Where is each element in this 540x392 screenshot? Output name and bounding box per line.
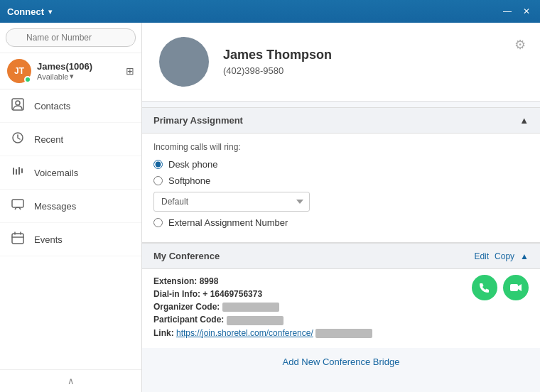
title-bar-controls: — ✕ (500, 5, 533, 18)
participant-code-value (227, 316, 284, 325)
messages-icon (10, 197, 26, 214)
chevron-up-icon: ∧ (68, 376, 75, 386)
profile-name: James Thompson (223, 48, 523, 62)
app-body: 🔍 JT James(1006) Available ▾ ⊞ (0, 23, 540, 392)
desk-phone-option[interactable]: Desk phone (153, 159, 529, 170)
calls-ring-label: Incoming calls will ring: (153, 142, 529, 152)
conference-section: My Conference Edit Copy ▲ Extension: 899… (142, 243, 540, 348)
sidebar-item-voicemails[interactable]: Voicemails (0, 156, 141, 190)
svg-rect-9 (510, 284, 518, 291)
link-label: Link: (153, 328, 174, 338)
video-call-button[interactable] (503, 275, 529, 300)
extension-label: Extension: (153, 276, 197, 286)
voicemails-icon (10, 164, 26, 181)
close-button[interactable]: ✕ (520, 5, 533, 18)
conference-call-buttons (472, 275, 529, 300)
chevron-up-icon[interactable]: ▲ (519, 115, 529, 126)
search-input[interactable] (6, 28, 136, 47)
copy-conference-link[interactable]: Copy (495, 251, 514, 261)
edit-conference-link[interactable]: Edit (474, 251, 489, 261)
sidebar-item-messages[interactable]: Messages (0, 190, 141, 223)
select-wrap: Default (153, 192, 529, 212)
primary-assignment-body: Incoming calls will ring: Desk phone Sof… (142, 134, 540, 242)
title-bar-title: Connect ▾ (7, 6, 500, 17)
user-status[interactable]: Available ▾ (37, 72, 120, 81)
add-conference-label: Add New Conference Bridge (283, 356, 400, 367)
chevron-up-icon[interactable]: ▲ (520, 251, 529, 261)
primary-assignment-header: Primary Assignment ▲ (142, 108, 540, 134)
sidebar-item-contacts[interactable]: Contacts (0, 89, 141, 123)
user-name: James(1006) (37, 61, 120, 72)
extension-value: 8998 (200, 276, 219, 286)
organizer-code-value (222, 303, 279, 312)
avatar-status-indicator (24, 76, 31, 83)
chevron-down-icon[interactable]: ▾ (48, 8, 52, 16)
svg-rect-6 (21, 168, 23, 173)
svg-rect-3 (13, 168, 14, 175)
sidebar-item-voicemails-label: Voicemails (34, 168, 78, 178)
primary-assignment-section: Primary Assignment ▲ Incoming calls will… (142, 107, 540, 243)
collapse-button[interactable]: ∧ (0, 369, 141, 392)
participant-code-row: Participant Code: (153, 315, 529, 325)
search-bar: 🔍 (0, 23, 141, 53)
conference-link[interactable]: https://join.shoretel.com/conference/ (176, 328, 313, 338)
softphone-radio[interactable] (153, 176, 163, 185)
softphone-option[interactable]: Softphone (153, 175, 529, 186)
sidebar-item-contacts-label: Contacts (34, 101, 70, 111)
app-title: Connect (7, 6, 44, 17)
conference-title: My Conference (153, 251, 220, 261)
add-conference-bridge[interactable]: Add New Conference Bridge (142, 348, 540, 376)
user-info: James(1006) Available ▾ (37, 61, 120, 81)
link-row: Link: https://join.shoretel.com/conferen… (153, 328, 529, 338)
svg-point-1 (16, 101, 20, 105)
desk-phone-label: Desk phone (168, 159, 217, 170)
softphone-label: Softphone (168, 175, 210, 186)
sidebar-item-events-label: Events (34, 234, 63, 245)
nav-items: Contacts Recent Voicemails Messages (0, 89, 141, 369)
audio-call-button[interactable] (472, 275, 497, 300)
primary-assignment-title: Primary Assignment (153, 115, 243, 126)
search-wrap: 🔍 (6, 28, 136, 47)
contacts-icon (10, 97, 26, 114)
svg-rect-8 (12, 234, 23, 244)
recent-icon (10, 131, 26, 148)
minimize-button[interactable]: — (500, 5, 514, 18)
svg-rect-7 (12, 200, 23, 207)
link-suffix-redacted (315, 329, 372, 338)
conference-actions: Edit Copy ▲ (474, 251, 529, 261)
svg-rect-4 (16, 169, 17, 175)
organizer-code-label: Organizer Code: (153, 302, 220, 312)
title-bar: Connect ▾ — ✕ (0, 0, 540, 23)
settings-gear-icon[interactable]: ⚙ (514, 37, 526, 53)
desk-phone-radio[interactable] (153, 160, 163, 169)
grid-icon[interactable]: ⊞ (126, 65, 134, 77)
sidebar-item-recent[interactable]: Recent (0, 123, 141, 156)
chevron-down-icon: ▾ (70, 72, 74, 81)
profile-avatar (159, 37, 209, 87)
default-dropdown[interactable]: Default (153, 192, 310, 212)
sidebar-item-messages-label: Messages (34, 201, 76, 212)
external-assignment-radio[interactable] (153, 218, 163, 227)
dial-in-label: Dial-in Info: (153, 289, 200, 299)
organizer-code-row: Organizer Code: (153, 302, 529, 312)
external-assignment-option[interactable]: External Assignment Number (153, 217, 529, 228)
user-profile-row: JT James(1006) Available ▾ ⊞ (0, 53, 141, 89)
profile-phone: (402)398-9580 (223, 65, 523, 76)
sidebar-item-events[interactable]: Events (0, 223, 141, 256)
dial-in-value: + 16469756373 (202, 289, 262, 299)
avatar: JT (7, 59, 31, 83)
conference-body: Extension: 8998 Dial-in Info: + 16469756… (142, 269, 540, 348)
sidebar: 🔍 JT James(1006) Available ▾ ⊞ (0, 23, 142, 392)
external-assignment-label: External Assignment Number (168, 217, 288, 228)
avatar-initials: JT (14, 66, 24, 76)
profile-info: James Thompson (402)398-9580 (223, 48, 523, 76)
events-icon (10, 231, 26, 248)
participant-code-label: Participant Code: (153, 315, 224, 325)
sidebar-item-recent-label: Recent (34, 134, 63, 145)
main-content: James Thompson (402)398-9580 ⚙ Primary A… (142, 23, 540, 392)
conference-header: My Conference Edit Copy ▲ (142, 244, 540, 269)
svg-rect-5 (18, 167, 20, 175)
profile-header: James Thompson (402)398-9580 ⚙ (142, 23, 540, 102)
